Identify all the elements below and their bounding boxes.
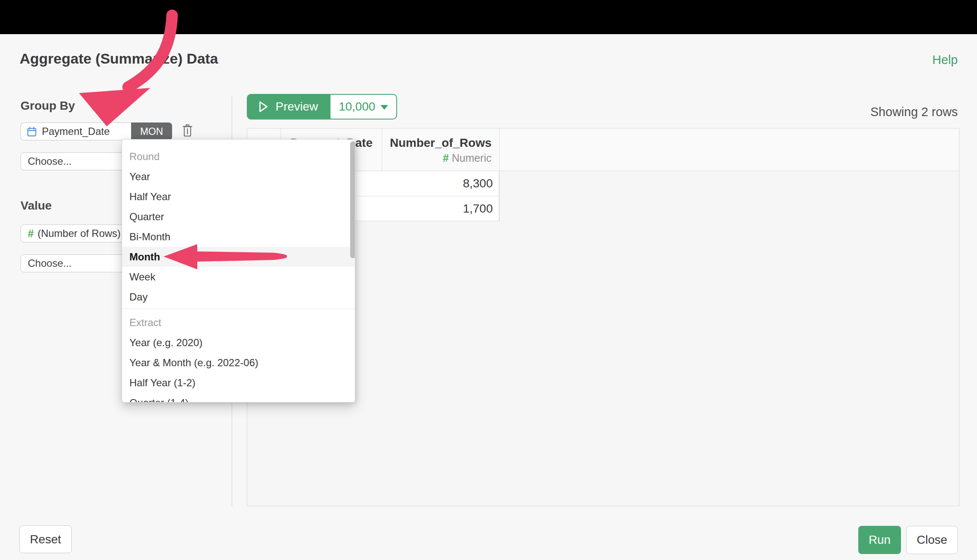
run-button[interactable]: Run	[858, 526, 901, 554]
menu-divider	[122, 309, 355, 309]
page-title: Aggregate (Summarize) Data	[20, 50, 218, 67]
numeric-hash-icon: #	[443, 152, 449, 164]
menu-item-extract-year[interactable]: Year (e.g. 2020)	[122, 332, 355, 353]
value-label: Value	[20, 199, 52, 213]
group-by-combo: Payment_Date MON	[20, 122, 172, 140]
group-by-add-placeholder: Choose...	[28, 155, 72, 167]
column-divider	[499, 128, 500, 221]
preview-button-label: Preview	[275, 100, 318, 114]
status-row-count: Showing 2 rows	[870, 105, 958, 119]
value-field-label: (Number of Rows)	[38, 228, 121, 239]
group-by-field-label: Payment_Date	[42, 125, 110, 137]
column-type-label: Numeric	[452, 152, 491, 164]
menu-item-day[interactable]: Day	[122, 287, 355, 307]
top-black-bar	[0, 0, 977, 34]
aggregate-dialog: { "title": "Aggregate (Summarize) Data",…	[0, 0, 977, 560]
group-by-label: Group By	[20, 99, 75, 113]
help-link[interactable]: Help	[932, 53, 958, 67]
menu-item-half-year[interactable]: Half Year	[122, 187, 355, 207]
value-add-placeholder: Choose...	[28, 257, 72, 269]
date-unit-dropdown-menu: Round Year Half Year Quarter Bi-Month Mo…	[122, 139, 355, 402]
chevron-down-icon	[380, 105, 388, 110]
menu-item-extract-half-year[interactable]: Half Year (1-2)	[122, 373, 355, 393]
group-by-field[interactable]: Payment_Date	[20, 122, 131, 140]
calendar-icon	[26, 126, 37, 137]
preview-limit-dropdown[interactable]: 10,000	[330, 94, 397, 120]
trash-icon[interactable]	[182, 124, 193, 137]
column-type-numeric: # Numeric	[382, 151, 499, 165]
menu-item-quarter[interactable]: Quarter	[122, 207, 355, 227]
menu-item-week[interactable]: Week	[122, 267, 355, 287]
menu-section-extract: Extract	[122, 312, 355, 332]
close-button[interactable]: Close	[906, 526, 958, 554]
menu-item-bi-month[interactable]: Bi-Month	[122, 227, 355, 247]
arrow-to-payment-date-head-icon	[79, 88, 150, 126]
reset-button[interactable]: Reset	[19, 525, 72, 553]
preview-controls: Preview 10,000	[247, 94, 397, 120]
preview-button[interactable]: Preview	[247, 94, 330, 120]
preview-limit-value: 10,000	[339, 100, 375, 114]
menu-item-extract-quarter[interactable]: Quarter (1-4)	[122, 393, 355, 402]
group-by-unit-button[interactable]: MON	[131, 122, 172, 140]
numeric-hash-icon: #	[28, 228, 34, 240]
menu-item-year[interactable]: Year	[122, 166, 355, 187]
column-header-number-of-rows[interactable]: Number_of_Rows	[382, 135, 499, 151]
menu-scrollbar-thumb[interactable]	[350, 141, 355, 258]
play-icon	[258, 101, 269, 113]
menu-section-round: Round	[122, 146, 355, 166]
menu-item-month[interactable]: Month	[122, 247, 355, 267]
menu-item-extract-year-month[interactable]: Year & Month (e.g. 2022-06)	[122, 353, 355, 373]
